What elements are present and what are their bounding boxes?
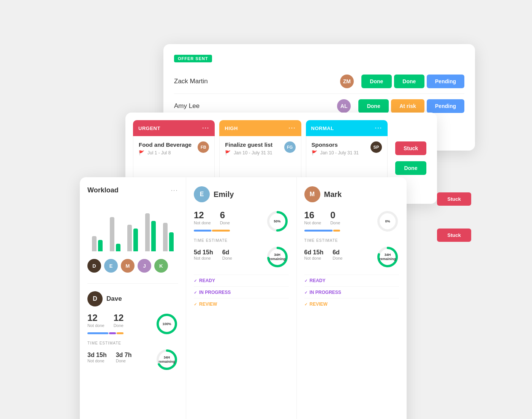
mark-review[interactable]: ✓ REVIEW: [304, 298, 399, 310]
emily-ready[interactable]: ✓ READY: [194, 275, 289, 286]
bar-green-5: [169, 232, 174, 251]
workload-panel: Workload ···: [80, 177, 186, 419]
emily-in-progress[interactable]: ✓ IN PROGRESS: [194, 286, 289, 298]
offer-sent-badge: OFFER SENT: [174, 55, 212, 62]
pill-done-1[interactable]: Done: [361, 75, 392, 88]
pill-pending-1[interactable]: Pending: [427, 75, 464, 88]
avatar-e: E: [104, 259, 118, 273]
emily-review-label: REVIEW: [199, 302, 217, 307]
emily-card: E Emily 12 Not done 6 Done: [186, 177, 297, 419]
person-row-zack: Zack Martin ZM Done Done Pending: [174, 69, 464, 94]
workload-card: Workload ···: [80, 177, 407, 419]
bar-group-4: [144, 210, 158, 251]
mark-top-stats: 16 Not done 0 Done: [304, 210, 399, 233]
emily-time-stats: 5d 15h Not done 6d Done: [194, 249, 232, 260]
mark-card: M Mark 16 Not done 0 Done: [297, 177, 407, 419]
task-date-normal: Jan 10 - July 31 31: [320, 150, 359, 156]
dave-section: D Dave 12 Not done 12 Done: [87, 283, 178, 371]
chevron-mark-review: ✓: [304, 302, 307, 306]
dave-donut-label: 100%: [162, 322, 171, 326]
pill-done-kanban[interactable]: Done: [395, 161, 426, 175]
task-meta-urgent: 🚩 Jul 1 - Jul 8: [139, 150, 192, 156]
emily-in-progress-label: IN PROGRESS: [199, 290, 231, 295]
mark-time-label: TIME ESTIMATE: [304, 238, 399, 243]
workload-dots[interactable]: ···: [171, 187, 178, 194]
emily-time-stats-row: 5d 15h Not done 6d Done: [194, 246, 289, 268]
task-meta-normal: 🚩 Jan 10 - July 31 31: [312, 150, 359, 156]
kanban-label-urgent: URGENT: [138, 125, 160, 131]
dave-time-stats: 3d 15h Not done 3d 7h Done: [87, 352, 131, 363]
pill-amy-pending[interactable]: Pending: [427, 99, 464, 113]
workload-header: Workload ···: [87, 186, 178, 194]
mark-name: Mark: [324, 190, 342, 199]
chevron-mark-ready: ✓: [304, 279, 307, 283]
mark-in-progress[interactable]: ✓ IN PROGRESS: [304, 286, 399, 298]
avatar-zack: ZM: [340, 75, 354, 88]
mark-remaining-donut: 34Hremaining: [376, 246, 399, 268]
emily-donut-label: 50%: [274, 219, 280, 224]
task-title-finalize: Finalize guest list: [225, 141, 272, 148]
mark-not-done-time: 6d 15h Not done: [304, 249, 324, 260]
avatar-m: M: [121, 259, 135, 273]
task-title-sponsors: Sponsors: [312, 141, 359, 148]
emily-done: 6 Done: [220, 210, 230, 225]
dots-high[interactable]: ···: [288, 125, 296, 132]
dots-normal[interactable]: ···: [375, 125, 382, 132]
kanban-header-normal: NORMAL ···: [306, 120, 388, 136]
bar-green-2: [116, 244, 120, 251]
status-pills-amy: Done At risk Pending: [358, 99, 464, 113]
bar-gray-1: [92, 236, 97, 251]
mark-not-done: 16 Not done: [304, 210, 321, 225]
dave-done: 12 Done: [114, 313, 124, 328]
right-pill-stuck[interactable]: Stuck: [437, 192, 471, 206]
emily-header: E Emily: [194, 186, 289, 202]
dave-remaining-donut: 34Hremaining: [155, 348, 178, 371]
bar-group-2: [108, 210, 122, 251]
status-pills-zack: Done Done Pending: [361, 75, 464, 88]
avatar-row: D E M J K: [87, 259, 178, 273]
mark-in-progress-label: IN PROGRESS: [310, 290, 341, 295]
bar-gray-2: [110, 217, 114, 251]
pill-done-2[interactable]: Done: [394, 75, 424, 88]
avatar-dave: D: [87, 291, 103, 306]
bar-gray-5: [163, 223, 168, 251]
task-date-high: Jan 10 - July 31 31: [234, 150, 272, 156]
kanban-label-high: HIGH: [225, 125, 238, 131]
pill-amy-atrisk[interactable]: At risk: [391, 99, 424, 113]
mark-time-stats: 6d 15h Not done 6d Done: [304, 249, 343, 260]
kanban-avatar-high: FG: [284, 141, 296, 153]
emily-review[interactable]: ✓ REVIEW: [194, 298, 289, 310]
right-pill-stuck-2[interactable]: Stuck: [437, 229, 471, 242]
kanban-header-urgent: URGENT ···: [133, 120, 215, 136]
task-meta-high: 🚩 Jan 10 - July 31 31: [225, 150, 272, 156]
dave-not-done-time: 3d 15h Not done: [87, 352, 107, 363]
dave-not-done: 12 Not done: [87, 313, 104, 328]
mark-review-label: REVIEW: [310, 302, 328, 307]
emily-progress-bar: [194, 230, 230, 232]
emily-not-done-time: 5d 15h Not done: [194, 249, 213, 260]
mark-ready[interactable]: ✓ READY: [304, 275, 399, 286]
bar-group-1: [90, 210, 104, 251]
avatar-k: K: [154, 259, 168, 273]
bar-green-3: [133, 229, 138, 251]
chevron-emily-ready: ✓: [194, 279, 197, 283]
avatar-emily: E: [194, 186, 210, 202]
dave-name: Dave: [106, 295, 122, 303]
avatar-j: J: [138, 259, 151, 273]
bar-gray-3: [127, 225, 132, 251]
mark-stats: 16 Not done 0 Done: [304, 210, 340, 225]
bar-group-5: [161, 210, 175, 251]
pill-amy-done[interactable]: Done: [358, 99, 389, 113]
person-name-zack: Zack Martin: [174, 78, 340, 85]
emily-remaining-donut: 34Hremaining: [266, 246, 289, 268]
mark-status-sections: ✓ READY ✓ IN PROGRESS ✓ REVIEW: [304, 275, 399, 310]
dave-donut: 100%: [155, 313, 178, 335]
scene: OFFER SENT Zack Martin ZM Done Done Pend…: [57, 29, 475, 390]
pill-stuck-1[interactable]: Stuck: [395, 141, 426, 155]
emily-pb-blue: [194, 230, 211, 232]
dave-remaining-label: 34Hremaining: [158, 356, 175, 364]
dots-urgent[interactable]: ···: [202, 125, 209, 132]
avatar-mark: M: [304, 186, 320, 202]
bar-gray-4: [145, 213, 150, 251]
avatar-amy: AL: [337, 99, 351, 113]
